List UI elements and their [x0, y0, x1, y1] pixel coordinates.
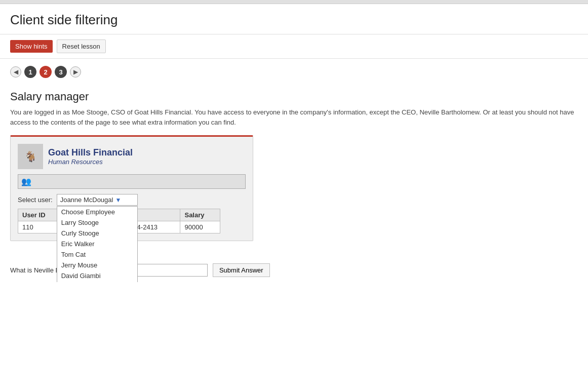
- select-chevron-icon: ▼: [115, 197, 121, 204]
- toolbar: Show hints Reset lesson: [0, 34, 588, 59]
- section-description: You are logged in as Moe Stooge, CSO of …: [10, 107, 578, 127]
- reset-lesson-button[interactable]: Reset lesson: [57, 40, 106, 53]
- show-hints-button[interactable]: Show hints: [10, 40, 53, 53]
- user-dropdown: Choose Employee Larry Stooge Curly Stoog…: [57, 206, 138, 282]
- prev-page-button[interactable]: ◀: [10, 66, 21, 77]
- content-area: Salary manager You are logged in as Moe …: [0, 85, 588, 258]
- dropdown-option-choose[interactable]: Choose Employee: [57, 207, 137, 217]
- dropdown-option-david[interactable]: David Giambi: [57, 270, 137, 281]
- dropdown-option-tom[interactable]: Tom Cat: [57, 249, 137, 260]
- app-header: 🐐 Goat Hills Financial Human Resources: [18, 144, 246, 169]
- dropdown-option-eric[interactable]: Eric Walker: [57, 239, 137, 249]
- dropdown-option-bruce[interactable]: Bruce McGuire: [57, 281, 137, 282]
- answer-input[interactable]: [127, 264, 208, 277]
- app-logo: 🐐: [18, 144, 43, 169]
- col-header-salary: Salary: [180, 209, 220, 221]
- logo-icon: 🐐: [24, 150, 37, 163]
- submit-answer-button[interactable]: Submit Answer: [213, 263, 270, 277]
- department-name: Human Resources: [48, 158, 133, 166]
- page-3-button[interactable]: 3: [55, 66, 67, 78]
- select-user-label: Select user:: [18, 194, 53, 204]
- app-box: 🐐 Goat Hills Financial Human Resources 👥…: [10, 135, 253, 241]
- company-name: Goat Hills Financial: [48, 147, 133, 158]
- cell-salary: 90000: [180, 221, 220, 233]
- app-toolbar-bar: 👥: [18, 174, 246, 189]
- user-select-row: Select user: Joanne McDougal ▼ Choose Em…: [18, 194, 246, 206]
- col-header-userid: User ID: [18, 209, 63, 221]
- cell-userid: 110: [18, 221, 63, 233]
- next-page-button[interactable]: ▶: [70, 66, 81, 77]
- dropdown-option-larry[interactable]: Larry Stooge: [57, 217, 137, 228]
- user-select-wrapper[interactable]: Joanne McDougal ▼ Choose Employee Larry …: [57, 194, 138, 206]
- section-title: Salary manager: [10, 90, 578, 103]
- pagination-bar: ◀ 1 2 3 ▶: [0, 59, 588, 85]
- page-2-button[interactable]: 2: [40, 66, 52, 78]
- page-title: Client side filtering: [10, 12, 578, 28]
- selected-user-text: Joanne McDougal: [60, 196, 113, 204]
- user-select-display[interactable]: Joanne McDougal ▼: [57, 194, 138, 206]
- app-company-info: Goat Hills Financial Human Resources: [48, 147, 133, 166]
- page-1-button[interactable]: 1: [24, 66, 36, 78]
- page-header: Client side filtering: [0, 4, 588, 34]
- dropdown-option-curly[interactable]: Curly Stooge: [57, 228, 137, 239]
- people-icon: 👥: [21, 177, 31, 186]
- top-bar: [0, 0, 588, 4]
- dropdown-option-jerry[interactable]: Jerry Mouse: [57, 260, 137, 270]
